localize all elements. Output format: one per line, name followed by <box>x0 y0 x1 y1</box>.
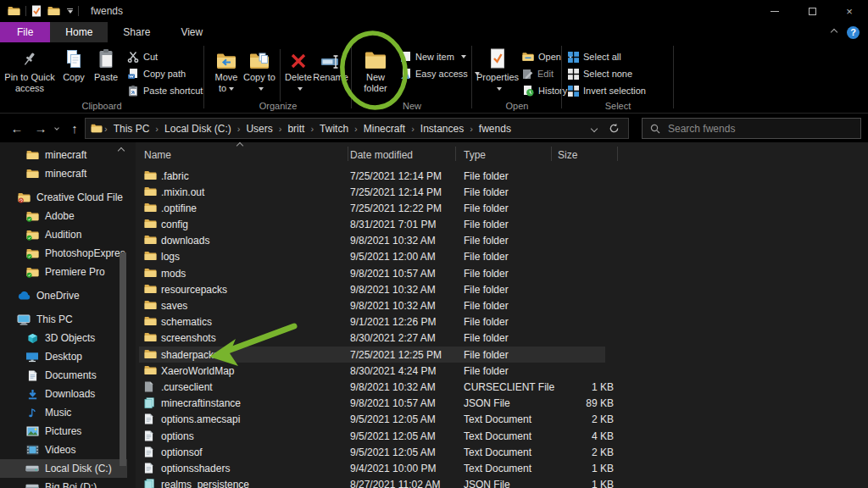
sidebar-item-music[interactable]: Music <box>0 403 127 422</box>
help-icon[interactable]: ? <box>847 26 860 39</box>
breadcrumb-segment-this-pc[interactable]: This PC <box>109 123 154 135</box>
up-button[interactable]: ↑ <box>64 114 85 142</box>
collapse-ribbon-icon[interactable] <box>831 29 837 36</box>
close-button[interactable]: × <box>831 0 868 22</box>
tab-view[interactable]: View <box>165 22 218 42</box>
sidebar-item-big-boi-d[interactable]: Big Boi (D:) <box>0 478 127 488</box>
file-row-options[interactable]: options9/5/2021 12:05 AMText Document4 K… <box>136 428 868 444</box>
file-row-optifine[interactable]: .optifine7/25/2021 12:22 PMFile folder <box>136 200 868 216</box>
back-button[interactable]: ← <box>7 114 27 142</box>
copy-to-button[interactable]: Copy to <box>243 46 275 94</box>
cut-label: Cut <box>143 52 158 62</box>
sidebar-item-desktop[interactable]: Desktop <box>0 347 127 366</box>
sidebar-item-pictures[interactable]: Pictures <box>0 422 127 441</box>
title-bar: fwends × <box>0 0 868 22</box>
recent-locations-icon[interactable] <box>51 114 63 142</box>
refresh-icon[interactable] <box>609 123 620 134</box>
breadcrumb-segment-twitch[interactable]: Twitch <box>315 123 353 135</box>
file-row-resourcepacks[interactable]: resourcepacks9/8/2021 10:32 AMFile folde… <box>136 281 868 297</box>
properties-button[interactable]: Properties <box>475 46 520 94</box>
column-header-date-modified[interactable]: Date modified <box>350 149 413 161</box>
sidebar-item-minecraft[interactable]: minecraft <box>0 164 127 183</box>
file-row-optionsshaders[interactable]: optionsshaders9/4/2021 10:00 PMText Docu… <box>136 460 868 476</box>
easy-access-button[interactable]: Easy access <box>400 66 480 81</box>
new-folder-quick-icon[interactable] <box>47 6 60 16</box>
paste-shortcut-button[interactable]: Paste shortcut <box>127 83 203 98</box>
select-all-icon <box>568 52 579 63</box>
file-row-minecraftinstance[interactable]: minecraftinstance9/8/2021 10:57 AMJSON F… <box>136 396 868 412</box>
folder-icon <box>144 365 157 375</box>
paste-button[interactable]: Paste <box>90 46 122 83</box>
tab-file[interactable]: File <box>0 22 50 42</box>
tab-share[interactable]: Share <box>108 22 165 42</box>
folder-icon <box>144 235 157 245</box>
sidebar-item-minecraft[interactable]: minecraft <box>0 146 127 164</box>
breadcrumb-segment-users[interactable]: Users <box>242 123 276 135</box>
file-row-xaeroworldmap[interactable]: XaeroWorldMap8/30/2021 4:24 PMFile folde… <box>136 363 868 379</box>
file-row-curseclient[interactable]: .curseclient9/8/2021 10:32 AMCURSECLIENT… <box>136 379 868 395</box>
cut-button[interactable]: Cut <box>127 49 158 64</box>
invert-selection-button[interactable]: Invert selection <box>568 83 646 98</box>
select-all-button[interactable]: Select all <box>568 49 621 64</box>
sidebar-item-photoshopexpres[interactable]: PhotoshopExpres <box>0 244 127 263</box>
maximize-button[interactable] <box>793 0 831 22</box>
column-header-type[interactable]: Type <box>464 149 486 161</box>
search-input[interactable] <box>668 123 829 135</box>
rename-button[interactable]: Rename <box>311 46 350 83</box>
copy-button[interactable]: Copy <box>58 46 90 83</box>
column-header-name[interactable]: Name <box>144 149 171 161</box>
file-row-downloads[interactable]: downloads9/8/2021 10:32 AMFile folder <box>136 233 868 249</box>
file-row-options-amecsapi[interactable]: options.amecsapi9/5/2021 12:05 AMText Do… <box>136 412 868 428</box>
properties-quick-icon[interactable] <box>31 5 42 17</box>
sidebar-item-adobe[interactable]: Adobe <box>0 207 127 225</box>
sidebar-item-local-disk-c[interactable]: Local Disk (C:) <box>0 459 127 478</box>
file-row-mixin-out[interactable]: .mixin.out7/25/2021 12:14 PMFile folder <box>136 184 868 200</box>
edit-button[interactable]: Edit <box>522 66 554 81</box>
sidebar-item-downloads[interactable]: Downloads <box>0 385 127 403</box>
file-name: XaeroWorldMap <box>161 365 234 377</box>
sidebar-item-audition[interactable]: Audition <box>0 225 127 244</box>
sidebar-item-this-pc[interactable]: This PC <box>0 310 127 329</box>
sidebar-item-creative-cloud-file[interactable]: Creative Cloud File <box>0 188 127 207</box>
column-header-size[interactable]: Size <box>558 149 577 161</box>
tab-home[interactable]: Home <box>50 22 108 42</box>
file-row-fabric[interactable]: .fabric7/25/2021 12:14 PMFile folder <box>136 168 868 184</box>
file-row-schematics[interactable]: schematics9/1/2021 12:26 PMFile folder <box>136 314 868 330</box>
file-row-mods[interactable]: mods9/8/2021 10:57 AMFile folder <box>136 265 868 281</box>
address-dropdown-icon[interactable] <box>591 125 598 131</box>
sidebar-item-3d-objects[interactable]: 3D Objects <box>0 329 127 347</box>
select-none-button[interactable]: Select none <box>568 66 632 81</box>
breadcrumb-segment-instances[interactable]: Instances <box>416 123 468 135</box>
file-row-saves[interactable]: saves9/8/2021 10:32 AMFile folder <box>136 298 868 314</box>
group-label-new: New <box>353 101 471 111</box>
sidebar-item-label: Pictures <box>45 425 81 437</box>
sidebar-scrollbar-thumb[interactable] <box>120 252 126 466</box>
move-to-button[interactable]: Move to <box>210 46 242 94</box>
copy-path-button[interactable]: Copy path <box>127 66 186 81</box>
sidebar-item-premiere-pro[interactable]: Premiere Pro <box>0 263 127 281</box>
sidebar-item-documents[interactable]: Documents <box>0 366 127 385</box>
search-box[interactable] <box>642 118 861 139</box>
forward-button[interactable]: → <box>31 114 51 142</box>
file-row-realms-persistence[interactable]: realms_persistence8/27/2021 11:02 AMJSON… <box>136 477 868 488</box>
breadcrumb-segment-fwends[interactable]: fwends <box>475 123 515 135</box>
sidebar-item-videos[interactable]: Videos <box>0 441 127 459</box>
delete-button[interactable]: Delete <box>284 46 313 94</box>
file-date: 7/25/2021 12:25 PM <box>350 349 442 361</box>
breadcrumb-segment-local-disk-c[interactable]: Local Disk (C:) <box>160 123 236 135</box>
minimize-button[interactable] <box>756 0 793 22</box>
breadcrumb[interactable]: ›This PC›Local Disk (C:)›Users›britt›Twi… <box>85 118 629 139</box>
pin-to-quick-access-button[interactable]: Pin to Quick access <box>3 46 56 94</box>
sidebar-item-onedrive[interactable]: OneDrive <box>0 286 127 305</box>
new-folder-button[interactable]: New folder <box>356 46 395 94</box>
file-row-screenshots[interactable]: screenshots8/30/2021 2:27 AMFile folder <box>136 330 868 347</box>
main-area: minecraftminecraftCreative Cloud FileAdo… <box>0 142 868 488</box>
breadcrumb-segment-minecraft[interactable]: Minecraft <box>359 123 409 135</box>
file-row-logs[interactable]: logs9/5/2021 12:00 AMFile folder <box>136 249 868 265</box>
file-row-shaderpacks[interactable]: shaderpacks7/25/2021 12:25 PMFile folder <box>136 347 868 363</box>
file-row-config[interactable]: config8/31/2021 7:01 PMFile folder <box>136 217 868 233</box>
file-row-optionsof[interactable]: optionsof9/5/2021 12:05 AMText Document2… <box>136 444 868 460</box>
breadcrumb-segment-britt[interactable]: britt <box>283 123 309 135</box>
new-item-button[interactable]: New item <box>400 49 466 64</box>
customize-toolbar-icon[interactable] <box>67 8 73 14</box>
